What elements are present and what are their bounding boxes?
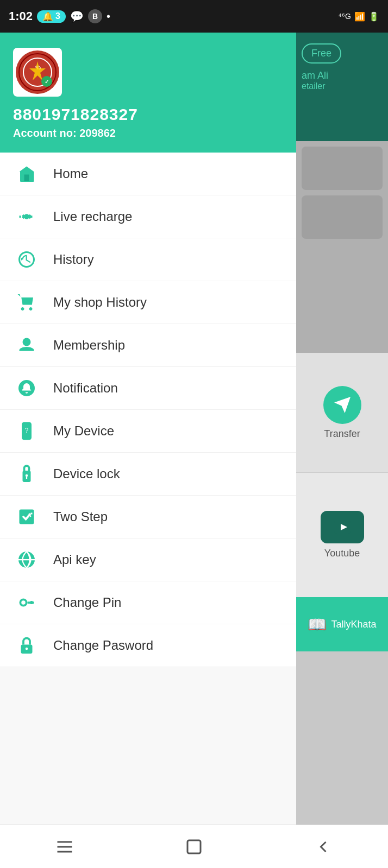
status-battery: 🔋 xyxy=(368,11,379,22)
device-lock-icon xyxy=(15,462,38,485)
right-mid-gray xyxy=(296,141,388,353)
right-tally-section[interactable]: 📖 TallyKhata xyxy=(296,597,388,651)
sidebar-drawer: ৭১ ✓ 8801971828327 Account no: 209862 xyxy=(0,33,296,868)
right-role: etailer xyxy=(302,81,326,91)
svg-rect-27 xyxy=(187,840,201,853)
two-step-icon xyxy=(15,505,38,528)
sidebar-item-my-shop-history-label: My shop History xyxy=(53,295,147,310)
sidebar-item-two-step-label: Two Step xyxy=(53,509,108,524)
main-layout: Free am Ali etailer Transfer xyxy=(0,33,388,868)
bell-icon xyxy=(15,377,38,400)
device-icon: ? xyxy=(15,420,38,442)
svg-point-9 xyxy=(25,215,28,218)
sidebar-item-home[interactable]: Home xyxy=(0,153,296,195)
status-signal-bars: 📶 xyxy=(354,11,365,22)
sidebar-item-two-step[interactable]: Two Step xyxy=(0,496,296,538)
tally-book-icon: 📖 xyxy=(308,616,327,633)
sidebar-item-device-lock[interactable]: Device lock xyxy=(0,453,296,496)
sidebar-item-api-key[interactable]: Api key xyxy=(0,538,296,581)
sidebar-item-my-device[interactable]: ? My Device xyxy=(0,410,296,453)
right-gray-box-1 xyxy=(302,147,383,190)
cart-icon xyxy=(15,291,38,314)
tally-label: TallyKhata xyxy=(331,619,376,630)
right-name: am Ali xyxy=(302,70,328,81)
svg-point-21 xyxy=(21,600,26,605)
live-recharge-icon xyxy=(15,205,38,228)
sidebar-item-history-label: History xyxy=(53,252,94,267)
sidebar-item-my-shop-history[interactable]: My shop History xyxy=(0,281,296,324)
status-dot-icon: • xyxy=(107,10,110,23)
svg-point-23 xyxy=(26,648,28,650)
right-transfer-section[interactable]: Transfer xyxy=(296,353,388,472)
sidebar-item-change-pin-label: Change Pin xyxy=(53,595,121,610)
bottom-nav-back[interactable] xyxy=(307,831,340,863)
bottom-nav xyxy=(0,825,388,868)
menu-list: Home Live recharge xyxy=(0,153,296,868)
svg-point-10 xyxy=(23,338,31,346)
status-chat-icon: 💬 xyxy=(70,10,84,23)
right-top-section: Free am Ali etailer xyxy=(296,33,388,141)
bottom-nav-home[interactable] xyxy=(178,831,210,863)
sidebar-item-membership-label: Membership xyxy=(53,338,125,353)
sidebar-item-live-recharge[interactable]: Live recharge xyxy=(0,195,296,238)
status-signal-4g: ⁴⁶G xyxy=(339,12,351,21)
sidebar-item-device-lock-label: Device lock xyxy=(53,466,120,481)
status-notification-icon: 🔔 3 xyxy=(37,10,66,23)
youtube-icon xyxy=(321,511,364,543)
globe-icon xyxy=(15,548,38,571)
right-free-badge: Free xyxy=(302,43,341,64)
sidebar-item-history[interactable]: History xyxy=(0,238,296,281)
key-icon xyxy=(15,591,38,614)
sidebar-item-notification-label: Notification xyxy=(53,381,118,396)
lock-icon xyxy=(15,634,38,657)
status-b-icon: B xyxy=(88,9,102,23)
sidebar-item-live-recharge-label: Live recharge xyxy=(53,209,132,224)
sidebar-item-notification[interactable]: Notification xyxy=(0,367,296,410)
right-youtube-section[interactable]: Youtube xyxy=(296,472,388,597)
youtube-label: Youtube xyxy=(324,548,360,559)
sidebar-item-change-password-label: Change Pasword xyxy=(53,638,153,653)
status-time: 1:02 xyxy=(9,9,33,23)
bottom-nav-menu[interactable] xyxy=(48,831,81,863)
transfer-icon xyxy=(323,386,361,424)
sidebar-item-change-password[interactable]: Change Pasword xyxy=(0,624,296,667)
sidebar-item-home-label: Home xyxy=(53,166,88,181)
right-gray-box-2 xyxy=(302,195,383,239)
logo-inner: ৭১ ✓ xyxy=(16,50,59,94)
sidebar-header: ৭১ ✓ 8801971828327 Account no: 209862 xyxy=(0,33,296,153)
sidebar-logo: ৭১ ✓ xyxy=(13,48,62,97)
history-icon xyxy=(15,248,38,271)
status-bar-left: 1:02 🔔 3 💬 B • xyxy=(9,9,110,23)
home-icon xyxy=(15,162,38,185)
status-bar: 1:02 🔔 3 💬 B • ⁴⁶G 📶 🔋 xyxy=(0,0,388,33)
phone-number: 8801971828327 xyxy=(13,105,283,124)
svg-rect-15 xyxy=(24,466,29,472)
sidebar-item-api-key-label: Api key xyxy=(53,552,96,567)
status-bar-right: ⁴⁶G 📶 🔋 xyxy=(339,11,379,22)
svg-text:✓: ✓ xyxy=(45,79,49,85)
svg-text:?: ? xyxy=(25,427,29,434)
account-number: Account no: 209862 xyxy=(13,127,283,140)
sidebar-item-change-pin[interactable]: Change Pin xyxy=(0,581,296,624)
svg-point-16 xyxy=(26,474,28,477)
sidebar-item-my-device-label: My Device xyxy=(53,423,114,439)
transfer-label: Transfer xyxy=(324,428,360,440)
membership-icon xyxy=(15,334,38,357)
sidebar-item-membership[interactable]: Membership xyxy=(0,324,296,367)
right-panel: Free am Ali etailer Transfer xyxy=(296,33,388,868)
